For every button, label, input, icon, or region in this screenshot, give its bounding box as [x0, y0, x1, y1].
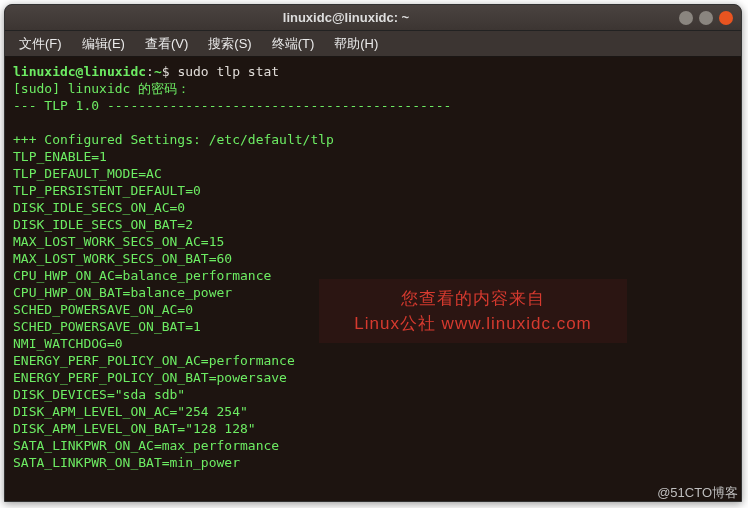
menubar: 文件(F) 编辑(E) 查看(V) 搜索(S) 终端(T) 帮助(H) — [5, 31, 741, 57]
titlebar: linuxidc@linuxidc: ~ — [5, 5, 741, 31]
config-line: NMI_WATCHDOG=0 — [13, 336, 123, 351]
config-line: DISK_APM_LEVEL_ON_AC="254 254" — [13, 404, 248, 419]
config-line: SATA_LINKPWR_ON_AC=max_performance — [13, 438, 279, 453]
config-line: DISK_IDLE_SECS_ON_AC=0 — [13, 200, 185, 215]
watermark-line2: Linux公社 www.linuxidc.com — [354, 312, 592, 335]
config-line: SCHED_POWERSAVE_ON_BAT=1 — [13, 319, 201, 334]
config-line: ENERGY_PERF_POLICY_ON_AC=performance — [13, 353, 295, 368]
prompt-path: ~ — [154, 64, 162, 79]
config-line: TLP_ENABLE=1 — [13, 149, 107, 164]
menu-terminal[interactable]: 终端(T) — [264, 33, 323, 55]
terminal-window: linuxidc@linuxidc: ~ 文件(F) 编辑(E) 查看(V) 搜… — [4, 4, 742, 502]
window-title: linuxidc@linuxidc: ~ — [13, 10, 679, 25]
menu-edit[interactable]: 编辑(E) — [74, 33, 133, 55]
menu-help[interactable]: 帮助(H) — [326, 33, 386, 55]
config-line: ENERGY_PERF_POLICY_ON_BAT=powersave — [13, 370, 287, 385]
config-line: MAX_LOST_WORK_SECS_ON_BAT=60 — [13, 251, 232, 266]
config-line: SCHED_POWERSAVE_ON_AC=0 — [13, 302, 193, 317]
config-line: SATA_LINKPWR_ON_BAT=min_power — [13, 455, 240, 470]
config-line: MAX_LOST_WORK_SECS_ON_AC=15 — [13, 234, 224, 249]
config-line: DISK_APM_LEVEL_ON_BAT="128 128" — [13, 421, 256, 436]
config-line: DISK_IDLE_SECS_ON_BAT=2 — [13, 217, 193, 232]
window-controls — [679, 11, 733, 25]
maximize-icon[interactable] — [699, 11, 713, 25]
config-line: TLP_PERSISTENT_DEFAULT=0 — [13, 183, 201, 198]
minimize-icon[interactable] — [679, 11, 693, 25]
footer-watermark: @51CTO博客 — [657, 484, 738, 502]
config-line: CPU_HWP_ON_AC=balance_performance — [13, 268, 271, 283]
config-line: TLP_DEFAULT_MODE=AC — [13, 166, 162, 181]
close-icon[interactable] — [719, 11, 733, 25]
prompt-sep1: : — [146, 64, 154, 79]
config-line: CPU_HWP_ON_BAT=balance_power — [13, 285, 232, 300]
tlp-header: --- TLP 1.0 ----------------------------… — [13, 98, 451, 113]
menu-search[interactable]: 搜索(S) — [200, 33, 259, 55]
config-header: +++ Configured Settings: /etc/default/tl… — [13, 132, 334, 147]
config-line: DISK_DEVICES="sda sdb" — [13, 387, 185, 402]
prompt-sep2: $ — [162, 64, 178, 79]
watermark-line1: 您查看的内容来自 — [401, 287, 545, 310]
menu-file[interactable]: 文件(F) — [11, 33, 70, 55]
menu-view[interactable]: 查看(V) — [137, 33, 196, 55]
watermark-overlay: 您查看的内容来自 Linux公社 www.linuxidc.com — [319, 279, 627, 343]
prompt-user-host: linuxidc@linuxidc — [13, 64, 146, 79]
command-text: sudo tlp stat — [177, 64, 279, 79]
sudo-prompt: [sudo] linuxidc 的密码： — [13, 81, 190, 96]
